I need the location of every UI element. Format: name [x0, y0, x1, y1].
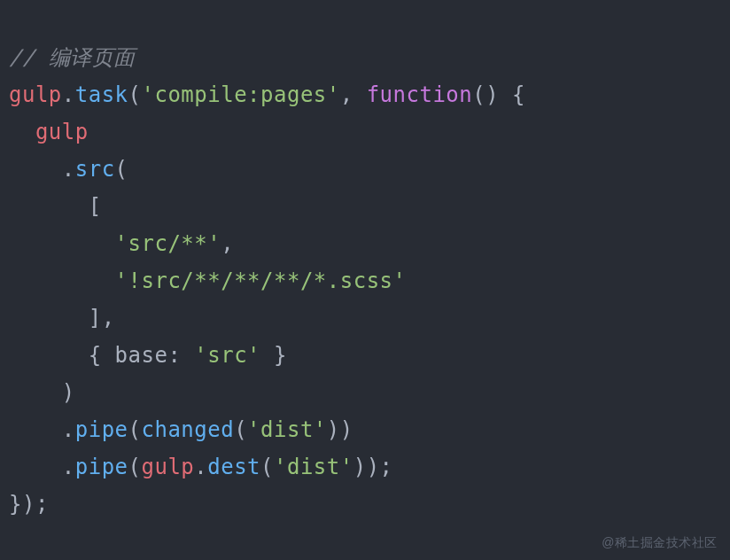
string-literal: 'dist' — [274, 455, 353, 479]
indent — [9, 417, 62, 442]
indent — [9, 157, 62, 182]
comment-line: // 编译页面 — [9, 45, 136, 70]
indent — [9, 120, 35, 144]
indent — [9, 268, 115, 293]
string-literal: '!src/**/**/**/*.scss' — [115, 268, 407, 293]
paren-open: ( — [115, 157, 128, 182]
comma: , — [221, 231, 234, 256]
indent — [9, 306, 89, 331]
identifier-gulp: gulp — [142, 455, 195, 479]
method-pipe: pipe — [75, 455, 128, 479]
indent — [9, 380, 62, 405]
dot: . — [62, 82, 75, 107]
code-block: // 编译页面 gulp.task('compile:pages', funct… — [9, 2, 721, 523]
identifier-gulp: gulp — [9, 82, 62, 107]
watermark-text: @稀土掘金技术社区 — [602, 532, 718, 554]
bracket-open: [ — [89, 194, 102, 219]
dot: . — [62, 455, 75, 479]
brace-close: } — [260, 343, 287, 368]
paren-close: )); — [353, 455, 393, 479]
string-literal: 'compile:pages' — [142, 82, 340, 107]
function-changed: changed — [142, 417, 235, 442]
property-base: base — [115, 343, 168, 368]
dot: . — [62, 417, 75, 442]
paren-open: ( — [234, 417, 247, 442]
paren-open: ( — [128, 455, 142, 479]
paren-close: ) — [62, 380, 75, 405]
comma: , — [340, 82, 367, 107]
paren-open: ( — [260, 455, 274, 479]
indent — [9, 343, 89, 368]
keyword-function: function — [367, 82, 473, 107]
bracket-close: ], — [89, 306, 115, 331]
method-dest: dest — [207, 455, 260, 479]
indent — [9, 194, 89, 219]
string-literal: 'src/**' — [115, 231, 221, 256]
paren-open: ( — [128, 417, 142, 442]
string-literal: 'src' — [194, 343, 260, 368]
paren-close: )) — [327, 417, 353, 442]
brace-close: }); — [9, 492, 49, 517]
dot: . — [194, 455, 207, 479]
dot: . — [62, 157, 75, 182]
method-pipe: pipe — [75, 417, 128, 442]
identifier-gulp: gulp — [35, 120, 89, 144]
paren-empty: () — [472, 82, 499, 107]
brace-open: { — [499, 82, 525, 107]
indent — [9, 231, 115, 256]
colon: : — [167, 343, 194, 368]
method-task: task — [75, 82, 128, 107]
brace-open: { — [89, 343, 115, 368]
string-literal: 'dist' — [247, 417, 327, 442]
indent — [9, 455, 62, 479]
method-src: src — [75, 157, 115, 182]
paren-open: ( — [128, 82, 142, 107]
